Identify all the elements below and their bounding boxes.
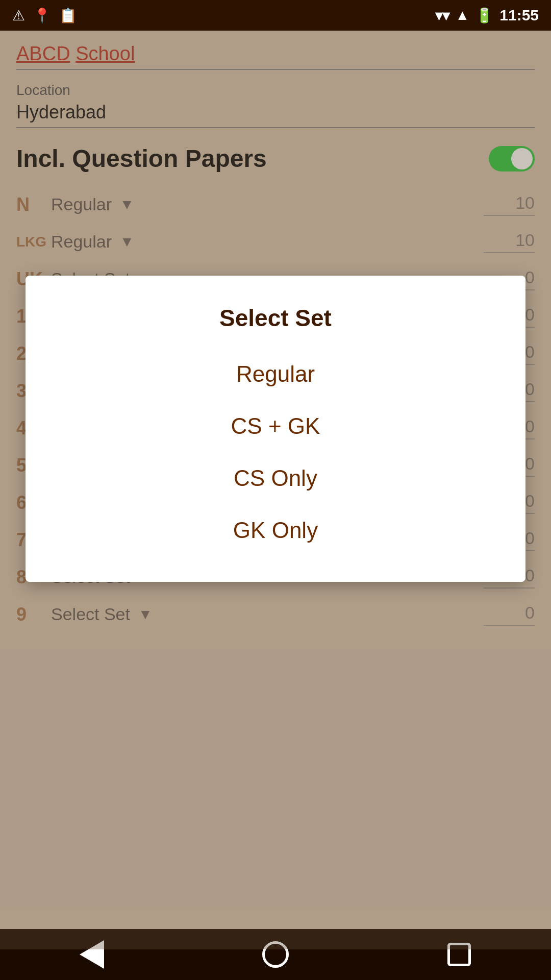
dialog-option-regular[interactable]: Regular bbox=[26, 348, 525, 400]
dialog-option-cs-only[interactable]: CS Only bbox=[26, 452, 525, 504]
dialog-option-cs-gk[interactable]: CS + GK bbox=[26, 400, 525, 452]
status-icons-left: ⚠ 📍 📋 bbox=[12, 7, 77, 24]
battery-icon: 🔋 bbox=[475, 7, 493, 24]
clipboard-icon: 📋 bbox=[59, 7, 77, 24]
wifi-icon: ▾▾ bbox=[435, 7, 449, 24]
location-icon: 📍 bbox=[33, 7, 51, 24]
status-time: 11:55 bbox=[499, 7, 539, 24]
alert-icon: ⚠ bbox=[12, 7, 25, 24]
main-content: ABCD School Location Hyderabad Incl. Que… bbox=[0, 31, 551, 949]
status-bar: ⚠ 📍 📋 ▾▾ ▲ 🔋 11:55 bbox=[0, 0, 551, 31]
dialog-option-gk-only[interactable]: GK Only bbox=[26, 504, 525, 556]
signal-icon: ▲ bbox=[456, 7, 470, 23]
dialog-title: Select Set bbox=[26, 296, 525, 348]
status-icons-right: ▾▾ ▲ 🔋 11:55 bbox=[435, 7, 539, 24]
select-set-dialog: Select Set Regular CS + GK CS Only GK On… bbox=[26, 276, 525, 582]
